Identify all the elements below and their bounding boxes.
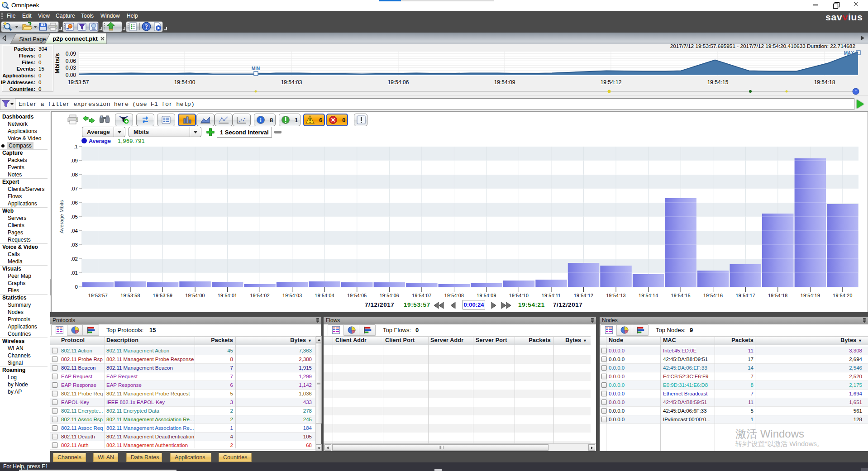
- svg-text:19:54:04: 19:54:04: [315, 293, 334, 298]
- svg-text:.04: .04: [71, 228, 78, 233]
- svg-text:19:54:13: 19:54:13: [606, 293, 625, 298]
- svg-text:19:54:08: 19:54:08: [444, 293, 464, 298]
- svg-text:.01: .01: [71, 270, 78, 276]
- svg-text:19:54:09: 19:54:09: [477, 293, 496, 298]
- svg-text:Average Mbits: Average Mbits: [59, 200, 64, 233]
- svg-text:19:54:19: 19:54:19: [801, 293, 820, 298]
- svg-text:19:54:17: 19:54:17: [736, 293, 755, 298]
- svg-text:19:54:02: 19:54:02: [250, 293, 270, 298]
- svg-text:.06: .06: [71, 200, 78, 205]
- svg-text:19:54:05: 19:54:05: [347, 293, 367, 298]
- svg-text:19:54:20: 19:54:20: [833, 293, 852, 298]
- svg-text:19:54:07: 19:54:07: [412, 293, 431, 298]
- svg-text:19:54:00: 19:54:00: [185, 293, 205, 298]
- svg-text:19:54:11: 19:54:11: [542, 293, 561, 298]
- svg-text:.1: .1: [73, 144, 78, 149]
- svg-text:.09: .09: [71, 158, 78, 163]
- svg-text:19:53:58: 19:53:58: [120, 293, 140, 298]
- svg-text:.03: .03: [71, 242, 78, 247]
- svg-text:.07: .07: [71, 186, 78, 191]
- svg-text:19:54:14: 19:54:14: [639, 293, 658, 298]
- svg-text:19:54:01: 19:54:01: [218, 293, 237, 298]
- svg-text:19:54:15: 19:54:15: [671, 293, 691, 298]
- svg-text:19:53:57: 19:53:57: [88, 293, 108, 298]
- svg-text:Average: Average: [89, 138, 111, 144]
- svg-text:19:54:06: 19:54:06: [380, 293, 399, 298]
- svg-text:0: 0: [75, 284, 78, 290]
- svg-text:.08: .08: [71, 172, 78, 177]
- svg-text:19:54:10: 19:54:10: [509, 293, 529, 298]
- svg-text:19:53:59: 19:53:59: [153, 293, 172, 298]
- svg-text:19:54:03: 19:54:03: [282, 293, 302, 298]
- svg-text:.02: .02: [71, 256, 78, 262]
- svg-text:19:54:12: 19:54:12: [574, 293, 593, 298]
- svg-text:19:54:18: 19:54:18: [768, 293, 787, 298]
- svg-text:19:54:16: 19:54:16: [703, 293, 723, 298]
- svg-text:1,969.791: 1,969.791: [118, 138, 145, 144]
- svg-text:.05: .05: [71, 214, 78, 219]
